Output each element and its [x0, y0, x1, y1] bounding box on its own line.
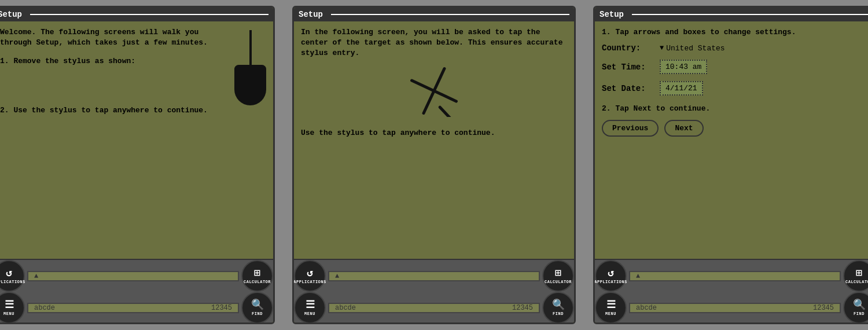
- crosshair-svg: [408, 65, 460, 117]
- country-value[interactable]: ▼ United States: [660, 44, 725, 53]
- menu-label-2: MENU: [304, 311, 315, 316]
- graffiti-right-3: 12345: [813, 304, 834, 312]
- find-button-3[interactable]: 🔍 FIND: [843, 292, 868, 324]
- device-2-bottom: ↺ APPLICATIONS ▲ ⊞ CALCULATOR ☰ MENU abc…: [294, 259, 574, 322]
- device-3: Setup 1. Tap arrows and boxes to change …: [593, 6, 868, 324]
- device-2-screen: Setup In the following screen, you will …: [294, 8, 574, 259]
- find-icon-3: 🔍: [853, 300, 866, 310]
- menu-icon-2: ☰: [306, 300, 315, 310]
- graffiti-bottom-3: abcde 12345: [629, 303, 841, 313]
- device-2-intro-text: In the following screen, you will be ask…: [301, 27, 567, 59]
- graffiti-top-triangle-1: ▲: [34, 272, 38, 280]
- device-3-title: Setup: [599, 10, 624, 19]
- device-2-titlebar: Setup: [294, 8, 574, 21]
- menu-icon-1: ☰: [5, 300, 14, 310]
- device-3-titlebar: Setup: [595, 8, 868, 21]
- stylus-body: [234, 65, 266, 105]
- graffiti-top-triangle-2: ▲: [335, 272, 339, 280]
- find-button-2[interactable]: 🔍 FIND: [542, 292, 574, 324]
- calculator-label-1: CALCULATOR: [244, 280, 271, 284]
- device-1-content: Welcome. The following screens will walk…: [0, 21, 273, 259]
- applications-button-2[interactable]: ↺ APPLICATIONS: [294, 260, 326, 292]
- graffiti-bottom-2: abcde 12345: [328, 303, 540, 313]
- find-button-1[interactable]: 🔍 FIND: [241, 292, 273, 324]
- country-value-text: United States: [666, 44, 724, 53]
- applications-button-3[interactable]: ↺ APPLICATIONS: [595, 260, 627, 292]
- device-1-bottom: ↺ APPLICATIONS ▲ ⊞ CALCULATOR ☰ MENU abc…: [0, 259, 273, 322]
- device-1: Setup Welcome. The following screens wil…: [0, 6, 275, 324]
- device-1-step1: 1. Remove the stylus as shown:: [0, 56, 266, 67]
- settings-table: Country: ▼ United States Set Time: 10:43…: [602, 43, 868, 96]
- device-1-step2: 2. Use the stylus to tap anywhere to con…: [0, 105, 266, 116]
- device-3-content: 1. Tap arrows and boxes to change settin…: [595, 21, 868, 259]
- stylus-tip: [249, 30, 252, 65]
- calculator-icon-3: ⊞: [856, 268, 862, 278]
- country-row: Country: ▼ United States: [602, 43, 868, 53]
- device-1-titlebar: Setup: [0, 8, 273, 21]
- menu-button-2[interactable]: ☰ MENU: [294, 292, 326, 324]
- graffiti-right-2: 12345: [512, 304, 533, 312]
- crosshair-diagram: [301, 65, 567, 120]
- device-1-title-line: [30, 14, 269, 15]
- nav-buttons: Previous Next: [602, 120, 868, 137]
- find-icon-2: 🔍: [552, 300, 565, 310]
- menu-button-3[interactable]: ☰ MENU: [595, 292, 627, 324]
- graffiti-top-3: ▲: [629, 271, 841, 281]
- date-label: Set Date:: [602, 84, 660, 93]
- graffiti-left-2: abcde: [335, 304, 356, 312]
- menu-icon-3: ☰: [606, 300, 616, 310]
- device-3-screen: Setup 1. Tap arrows and boxes to change …: [595, 8, 868, 259]
- applications-label-3: APPLICATIONS: [594, 280, 627, 284]
- find-icon-1: 🔍: [251, 300, 264, 310]
- dropdown-arrow-icon: ▼: [660, 44, 664, 52]
- device-1-intro-text: Welcome. The following screens will walk…: [0, 28, 208, 47]
- graffiti-top-2: ▲: [328, 271, 540, 281]
- calculator-icon-1: ⊞: [254, 268, 260, 278]
- device-3-row2: ☰ MENU abcde 12345 🔍 FIND: [595, 292, 868, 324]
- calculator-button-3[interactable]: ⊞ CALCULATOR: [843, 260, 868, 292]
- date-row: Set Date: 4/11/21: [602, 81, 868, 96]
- calculator-label-2: CALCULATOR: [545, 280, 572, 284]
- menu-button-1[interactable]: ☰ MENU: [0, 292, 25, 324]
- applications-icon-1: ↺: [6, 268, 12, 278]
- find-label-2: FIND: [553, 311, 564, 316]
- graffiti-top-1: ▲: [27, 271, 239, 281]
- graffiti-right-1: 12345: [211, 304, 232, 312]
- device-3-step2: 2. Tap Next to continue.: [602, 104, 868, 114]
- find-label-1: FIND: [252, 311, 263, 316]
- calculator-icon-2: ⊞: [555, 268, 561, 278]
- device-2-instruction: Use the stylus to tap anywhere to contin…: [301, 128, 567, 138]
- device-3-step1: 1. Tap arrows and boxes to change settin…: [602, 27, 868, 38]
- devices-container: Setup Welcome. The following screens wil…: [0, 6, 868, 324]
- applications-label-2: APPLICATIONS: [293, 280, 326, 284]
- device-2-title: Setup: [299, 10, 323, 19]
- time-value[interactable]: 10:43 am: [660, 60, 707, 74]
- svg-line-2: [440, 104, 455, 117]
- device-3-row1: ↺ APPLICATIONS ▲ ⊞ CALCULATOR: [595, 260, 868, 292]
- menu-label-1: MENU: [3, 311, 14, 316]
- device-1-screen: Setup Welcome. The following screens wil…: [0, 8, 273, 259]
- graffiti-left-1: abcde: [34, 304, 55, 312]
- time-row: Set Time: 10:43 am: [602, 60, 868, 74]
- device-2: Setup In the following screen, you will …: [292, 6, 576, 324]
- next-button[interactable]: Next: [664, 120, 703, 137]
- calculator-button-2[interactable]: ⊞ CALCULATOR: [542, 260, 574, 292]
- previous-button[interactable]: Previous: [602, 120, 659, 137]
- device-1-row2: ☰ MENU abcde 12345 🔍 FIND: [0, 292, 273, 324]
- menu-label-3: MENU: [605, 311, 616, 316]
- svg-line-1: [412, 68, 457, 113]
- calculator-label-3: CALCULATOR: [845, 280, 868, 284]
- applications-button-1[interactable]: ↺ APPLICATIONS: [0, 260, 25, 292]
- calculator-button-1[interactable]: ⊞ CALCULATOR: [241, 260, 273, 292]
- device-2-content: In the following screen, you will be ask…: [294, 21, 574, 259]
- device-2-title-line: [331, 14, 569, 15]
- applications-icon-3: ↺: [608, 268, 614, 278]
- graffiti-top-triangle-3: ▲: [636, 272, 640, 280]
- applications-label-1: APPLICATIONS: [0, 280, 25, 284]
- device-1-title: Setup: [0, 10, 22, 19]
- device-1-intro: Welcome. The following screens will walk…: [0, 27, 266, 116]
- applications-icon-2: ↺: [307, 268, 313, 278]
- graffiti-bottom-1: abcde 12345: [27, 303, 239, 313]
- date-value[interactable]: 4/11/21: [660, 81, 703, 96]
- find-label-3: FIND: [854, 311, 865, 316]
